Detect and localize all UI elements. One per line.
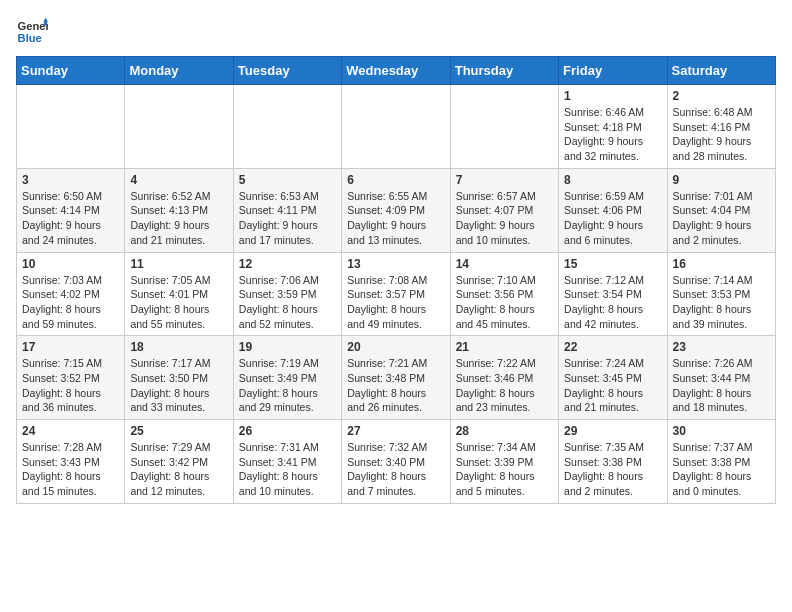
calendar-cell: 2Sunrise: 6:48 AM Sunset: 4:16 PM Daylig…	[667, 85, 775, 169]
day-info: Sunrise: 6:55 AM Sunset: 4:09 PM Dayligh…	[347, 189, 444, 248]
day-info: Sunrise: 7:31 AM Sunset: 3:41 PM Dayligh…	[239, 440, 336, 499]
day-info: Sunrise: 7:34 AM Sunset: 3:39 PM Dayligh…	[456, 440, 553, 499]
calendar-cell: 20Sunrise: 7:21 AM Sunset: 3:48 PM Dayli…	[342, 336, 450, 420]
svg-text:Blue: Blue	[18, 32, 42, 44]
day-number: 29	[564, 424, 661, 438]
calendar-cell: 17Sunrise: 7:15 AM Sunset: 3:52 PM Dayli…	[17, 336, 125, 420]
day-number: 2	[673, 89, 770, 103]
day-info: Sunrise: 6:57 AM Sunset: 4:07 PM Dayligh…	[456, 189, 553, 248]
day-number: 4	[130, 173, 227, 187]
calendar-cell: 30Sunrise: 7:37 AM Sunset: 3:38 PM Dayli…	[667, 420, 775, 504]
day-number: 16	[673, 257, 770, 271]
day-info: Sunrise: 7:12 AM Sunset: 3:54 PM Dayligh…	[564, 273, 661, 332]
day-number: 12	[239, 257, 336, 271]
day-number: 14	[456, 257, 553, 271]
calendar-day-header: Friday	[559, 57, 667, 85]
day-info: Sunrise: 7:26 AM Sunset: 3:44 PM Dayligh…	[673, 356, 770, 415]
calendar-cell: 25Sunrise: 7:29 AM Sunset: 3:42 PM Dayli…	[125, 420, 233, 504]
day-info: Sunrise: 6:59 AM Sunset: 4:06 PM Dayligh…	[564, 189, 661, 248]
day-number: 3	[22, 173, 119, 187]
day-info: Sunrise: 7:10 AM Sunset: 3:56 PM Dayligh…	[456, 273, 553, 332]
day-info: Sunrise: 6:50 AM Sunset: 4:14 PM Dayligh…	[22, 189, 119, 248]
calendar-cell: 21Sunrise: 7:22 AM Sunset: 3:46 PM Dayli…	[450, 336, 558, 420]
day-info: Sunrise: 6:48 AM Sunset: 4:16 PM Dayligh…	[673, 105, 770, 164]
calendar-cell: 6Sunrise: 6:55 AM Sunset: 4:09 PM Daylig…	[342, 168, 450, 252]
calendar-cell: 9Sunrise: 7:01 AM Sunset: 4:04 PM Daylig…	[667, 168, 775, 252]
calendar-cell: 3Sunrise: 6:50 AM Sunset: 4:14 PM Daylig…	[17, 168, 125, 252]
day-info: Sunrise: 6:46 AM Sunset: 4:18 PM Dayligh…	[564, 105, 661, 164]
day-number: 19	[239, 340, 336, 354]
day-number: 11	[130, 257, 227, 271]
calendar-day-header: Tuesday	[233, 57, 341, 85]
logo-icon: General Blue	[16, 16, 48, 48]
day-number: 20	[347, 340, 444, 354]
day-number: 5	[239, 173, 336, 187]
calendar-cell: 28Sunrise: 7:34 AM Sunset: 3:39 PM Dayli…	[450, 420, 558, 504]
calendar-cell: 27Sunrise: 7:32 AM Sunset: 3:40 PM Dayli…	[342, 420, 450, 504]
day-info: Sunrise: 7:17 AM Sunset: 3:50 PM Dayligh…	[130, 356, 227, 415]
day-info: Sunrise: 7:01 AM Sunset: 4:04 PM Dayligh…	[673, 189, 770, 248]
calendar-week-row: 3Sunrise: 6:50 AM Sunset: 4:14 PM Daylig…	[17, 168, 776, 252]
calendar-cell	[17, 85, 125, 169]
calendar-cell: 26Sunrise: 7:31 AM Sunset: 3:41 PM Dayli…	[233, 420, 341, 504]
calendar-cell	[342, 85, 450, 169]
calendar-cell: 8Sunrise: 6:59 AM Sunset: 4:06 PM Daylig…	[559, 168, 667, 252]
calendar-week-row: 24Sunrise: 7:28 AM Sunset: 3:43 PM Dayli…	[17, 420, 776, 504]
day-info: Sunrise: 6:53 AM Sunset: 4:11 PM Dayligh…	[239, 189, 336, 248]
day-info: Sunrise: 7:08 AM Sunset: 3:57 PM Dayligh…	[347, 273, 444, 332]
day-info: Sunrise: 6:52 AM Sunset: 4:13 PM Dayligh…	[130, 189, 227, 248]
day-number: 6	[347, 173, 444, 187]
calendar-cell: 12Sunrise: 7:06 AM Sunset: 3:59 PM Dayli…	[233, 252, 341, 336]
calendar-cell: 16Sunrise: 7:14 AM Sunset: 3:53 PM Dayli…	[667, 252, 775, 336]
calendar-cell: 23Sunrise: 7:26 AM Sunset: 3:44 PM Dayli…	[667, 336, 775, 420]
day-info: Sunrise: 7:05 AM Sunset: 4:01 PM Dayligh…	[130, 273, 227, 332]
calendar-week-row: 17Sunrise: 7:15 AM Sunset: 3:52 PM Dayli…	[17, 336, 776, 420]
day-number: 15	[564, 257, 661, 271]
day-number: 23	[673, 340, 770, 354]
day-number: 10	[22, 257, 119, 271]
logo: General Blue	[16, 16, 52, 48]
day-info: Sunrise: 7:03 AM Sunset: 4:02 PM Dayligh…	[22, 273, 119, 332]
day-number: 30	[673, 424, 770, 438]
calendar-week-row: 1Sunrise: 6:46 AM Sunset: 4:18 PM Daylig…	[17, 85, 776, 169]
day-info: Sunrise: 7:19 AM Sunset: 3:49 PM Dayligh…	[239, 356, 336, 415]
day-number: 1	[564, 89, 661, 103]
day-number: 17	[22, 340, 119, 354]
calendar-cell: 22Sunrise: 7:24 AM Sunset: 3:45 PM Dayli…	[559, 336, 667, 420]
calendar-cell: 15Sunrise: 7:12 AM Sunset: 3:54 PM Dayli…	[559, 252, 667, 336]
day-number: 22	[564, 340, 661, 354]
calendar-cell: 24Sunrise: 7:28 AM Sunset: 3:43 PM Dayli…	[17, 420, 125, 504]
calendar-cell: 19Sunrise: 7:19 AM Sunset: 3:49 PM Dayli…	[233, 336, 341, 420]
day-number: 26	[239, 424, 336, 438]
calendar-day-header: Thursday	[450, 57, 558, 85]
calendar-cell: 18Sunrise: 7:17 AM Sunset: 3:50 PM Dayli…	[125, 336, 233, 420]
calendar-cell	[125, 85, 233, 169]
day-number: 18	[130, 340, 227, 354]
calendar-cell: 11Sunrise: 7:05 AM Sunset: 4:01 PM Dayli…	[125, 252, 233, 336]
day-info: Sunrise: 7:15 AM Sunset: 3:52 PM Dayligh…	[22, 356, 119, 415]
calendar-cell: 29Sunrise: 7:35 AM Sunset: 3:38 PM Dayli…	[559, 420, 667, 504]
calendar-cell: 5Sunrise: 6:53 AM Sunset: 4:11 PM Daylig…	[233, 168, 341, 252]
day-info: Sunrise: 7:29 AM Sunset: 3:42 PM Dayligh…	[130, 440, 227, 499]
day-number: 27	[347, 424, 444, 438]
calendar-cell: 7Sunrise: 6:57 AM Sunset: 4:07 PM Daylig…	[450, 168, 558, 252]
calendar-cell: 4Sunrise: 6:52 AM Sunset: 4:13 PM Daylig…	[125, 168, 233, 252]
day-number: 8	[564, 173, 661, 187]
day-number: 7	[456, 173, 553, 187]
calendar-header-row: SundayMondayTuesdayWednesdayThursdayFrid…	[17, 57, 776, 85]
calendar-day-header: Monday	[125, 57, 233, 85]
calendar-cell	[450, 85, 558, 169]
day-info: Sunrise: 7:35 AM Sunset: 3:38 PM Dayligh…	[564, 440, 661, 499]
day-number: 13	[347, 257, 444, 271]
day-info: Sunrise: 7:37 AM Sunset: 3:38 PM Dayligh…	[673, 440, 770, 499]
day-info: Sunrise: 7:21 AM Sunset: 3:48 PM Dayligh…	[347, 356, 444, 415]
calendar-cell: 13Sunrise: 7:08 AM Sunset: 3:57 PM Dayli…	[342, 252, 450, 336]
day-info: Sunrise: 7:06 AM Sunset: 3:59 PM Dayligh…	[239, 273, 336, 332]
calendar-cell: 14Sunrise: 7:10 AM Sunset: 3:56 PM Dayli…	[450, 252, 558, 336]
calendar-cell	[233, 85, 341, 169]
calendar-day-header: Wednesday	[342, 57, 450, 85]
calendar-table: SundayMondayTuesdayWednesdayThursdayFrid…	[16, 56, 776, 504]
calendar-week-row: 10Sunrise: 7:03 AM Sunset: 4:02 PM Dayli…	[17, 252, 776, 336]
day-info: Sunrise: 7:22 AM Sunset: 3:46 PM Dayligh…	[456, 356, 553, 415]
day-number: 21	[456, 340, 553, 354]
